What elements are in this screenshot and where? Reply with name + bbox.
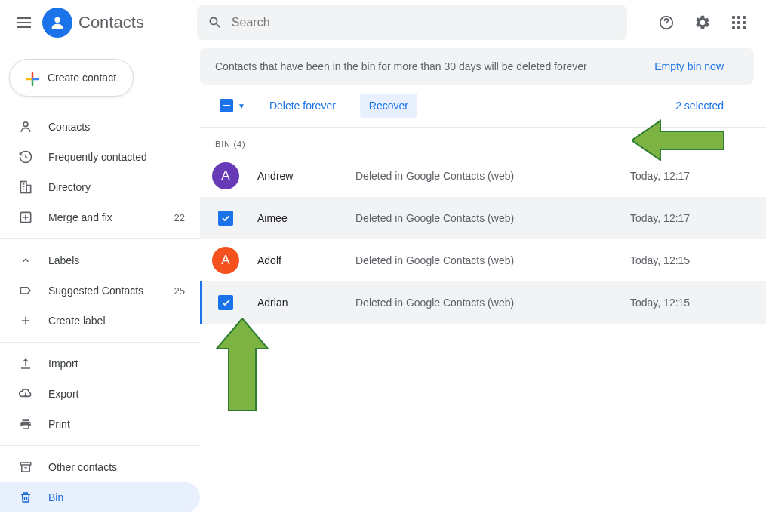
delete-time: Today, 12:15	[630, 254, 751, 266]
search-icon	[208, 15, 223, 30]
delete-time: Today, 12:17	[630, 170, 751, 182]
select-all-checkbox[interactable]	[220, 99, 233, 112]
selected-count: 2 selected	[675, 100, 724, 112]
plus-icon	[23, 70, 38, 85]
empty-bin-button[interactable]: Empty bin now	[654, 60, 724, 72]
divider	[0, 238, 200, 239]
contact-row[interactable]: AimeeDeleted in Google Contacts (web)Tod…	[200, 197, 766, 239]
svg-rect-7	[20, 463, 31, 465]
sidebar-item-directory[interactable]: Directory	[0, 172, 200, 202]
sidebar-item-suggested[interactable]: Suggested Contacts 25	[0, 275, 200, 306]
divider	[0, 342, 200, 343]
chevron-up-icon	[18, 255, 33, 266]
checkbox-checked-icon[interactable]	[218, 211, 233, 226]
svg-point-2	[666, 26, 666, 26]
contact-row[interactable]: AdrianDeleted in Google Contacts (web)To…	[200, 281, 766, 324]
bin-banner: Contacts that have been in the bin for m…	[200, 48, 754, 85]
svg-rect-5	[26, 186, 31, 193]
sidebar-item-print[interactable]: Print	[0, 409, 200, 439]
contact-row[interactable]: AAdolfDeleted in Google Contacts (web)To…	[200, 239, 766, 281]
svg-point-0	[54, 17, 60, 23]
help-icon	[658, 14, 675, 31]
main-menu-button[interactable]	[6, 5, 42, 41]
create-contact-label: Create contact	[48, 72, 116, 84]
delete-time: Today, 12:17	[630, 212, 751, 224]
divider	[0, 445, 200, 446]
building-icon	[18, 180, 33, 195]
print-icon	[18, 417, 33, 431]
svg-point-3	[23, 122, 28, 127]
avatar: A	[212, 247, 239, 274]
archive-icon	[18, 460, 33, 474]
svg-marker-8	[632, 121, 724, 160]
hamburger-icon	[17, 17, 31, 28]
history-icon	[18, 149, 33, 165]
search-bar[interactable]	[197, 5, 627, 40]
contact-name: Adolf	[257, 254, 355, 266]
sidebar-item-contacts[interactable]: Contacts	[0, 112, 200, 142]
sidebar-item-import[interactable]: Import	[0, 349, 200, 379]
delete-reason: Deleted in Google Contacts (web)	[355, 254, 630, 266]
sidebar-item-frequent[interactable]: Frequently contacted	[0, 142, 200, 172]
apps-grid-icon	[732, 16, 746, 29]
label-icon	[18, 283, 33, 298]
create-contact-button[interactable]: Create contact	[9, 59, 134, 97]
sidebar-item-export[interactable]: Export	[0, 379, 200, 409]
plus-small-icon	[18, 314, 33, 328]
svg-marker-9	[217, 318, 268, 411]
avatar: A	[212, 162, 239, 189]
delete-time: Today, 12:15	[630, 297, 751, 309]
contact-name: Adrian	[257, 297, 355, 309]
annotation-arrow-b	[632, 116, 730, 165]
app-logo[interactable]: Contacts	[42, 8, 144, 38]
banner-text: Contacts that have been in the bin for m…	[215, 60, 587, 72]
contact-name: Aimee	[257, 212, 355, 224]
merge-badge: 22	[174, 212, 185, 223]
sidebar-item-other[interactable]: Other contacts	[0, 452, 200, 482]
sidebar-item-labels[interactable]: Labels	[0, 245, 200, 275]
delete-reason: Deleted in Google Contacts (web)	[355, 212, 630, 224]
cloud-download-icon	[18, 386, 33, 401]
person-icon	[18, 119, 33, 134]
trash-icon	[18, 490, 33, 504]
upload-icon	[18, 357, 33, 371]
apps-button[interactable]	[724, 8, 754, 38]
annotation-arrow-a	[212, 318, 272, 417]
gear-icon	[694, 14, 711, 31]
delete-reason: Deleted in Google Contacts (web)	[355, 297, 630, 309]
sidebar-item-bin[interactable]: Bin	[0, 482, 200, 512]
delete-reason: Deleted in Google Contacts (web)	[355, 170, 630, 182]
contact-name: Andrew	[257, 170, 355, 182]
contacts-logo-icon	[42, 8, 72, 38]
select-dropdown-caret[interactable]: ▼	[238, 102, 245, 110]
suggested-badge: 25	[174, 285, 185, 297]
sidebar-item-merge[interactable]: Merge and fix 22	[0, 202, 200, 232]
sidebar-item-create-label[interactable]: Create label	[0, 306, 200, 336]
help-button[interactable]	[651, 8, 681, 38]
search-input[interactable]	[232, 16, 617, 29]
settings-button[interactable]	[688, 8, 718, 38]
recover-button[interactable]: Recover	[360, 94, 417, 118]
delete-forever-button[interactable]: Delete forever	[260, 94, 345, 118]
app-title: Contacts	[78, 13, 144, 32]
merge-icon	[18, 210, 33, 225]
checkbox-checked-icon[interactable]	[218, 295, 233, 310]
